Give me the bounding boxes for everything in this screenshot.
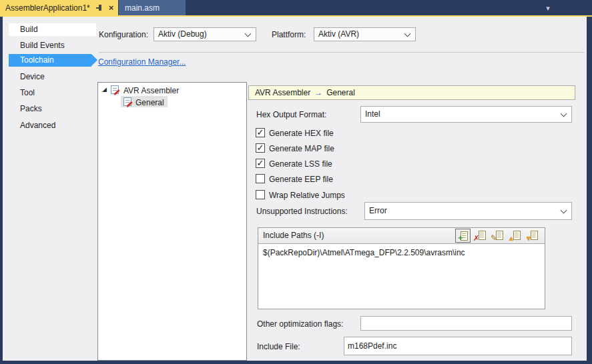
hex-output-format-dropdown[interactable]: Intel bbox=[360, 106, 572, 123]
arrow-up-icon: ▲ bbox=[508, 235, 515, 242]
other-optimization-flags-label: Other optimization flags: bbox=[257, 319, 343, 329]
configuration-dropdown[interactable]: Aktiv (Debug) bbox=[154, 27, 256, 41]
breadcrumb-leaf: General bbox=[326, 88, 355, 97]
tab-label: main.asm bbox=[125, 3, 160, 13]
edit-path-button[interactable]: ✎ bbox=[490, 229, 505, 243]
chevron-down-icon bbox=[561, 110, 567, 117]
generate-eep-label: Generate EEP file bbox=[269, 175, 333, 184]
generate-eep-checkbox[interactable] bbox=[256, 174, 265, 183]
wrap-relative-jumps-checkbox[interactable] bbox=[256, 190, 265, 199]
platform-dropdown[interactable]: Aktiv (AVR) bbox=[314, 27, 416, 41]
breadcrumb: AVR Assembler→General bbox=[248, 85, 575, 100]
unsupported-instructions-label: Unsupported Instructions: bbox=[256, 207, 348, 216]
pin-icon[interactable] bbox=[96, 4, 103, 11]
sidebar-item-tool[interactable]: Tool bbox=[9, 87, 96, 99]
tree-node-avr-assembler[interactable]: AVR Assembler bbox=[123, 86, 179, 95]
other-optimization-flags-input[interactable] bbox=[360, 316, 572, 331]
sidebar-item-advanced[interactable]: Advanced bbox=[9, 119, 96, 132]
unsupported-instructions-dropdown[interactable]: Error bbox=[364, 202, 572, 220]
properties-window: AssemblerApplication1* × main.asm ▾ Buil… bbox=[0, 0, 592, 364]
header-divider bbox=[99, 52, 584, 53]
configuration-manager-link[interactable]: Configuration Manager... bbox=[98, 57, 186, 67]
breadcrumb-arrow-icon: → bbox=[314, 88, 322, 97]
remove-path-button[interactable]: ✗ bbox=[473, 229, 488, 243]
add-path-button[interactable]: ＋ bbox=[455, 229, 471, 243]
move-path-up-button[interactable]: ▲ bbox=[507, 229, 523, 243]
unsupported-instructions-value: Error bbox=[369, 206, 387, 215]
sidebar-item-build-events[interactable]: Build Events bbox=[9, 39, 96, 52]
generate-hex-label: Generate HEX file bbox=[269, 129, 334, 138]
close-icon[interactable]: × bbox=[109, 4, 114, 11]
tab-main-asm[interactable]: main.asm bbox=[119, 0, 186, 15]
document-well-dropdown-icon[interactable]: ▾ bbox=[541, 2, 555, 14]
move-path-down-button[interactable]: ▼ bbox=[525, 229, 540, 243]
platform-value: Aktiv (AVR) bbox=[318, 29, 359, 39]
tab-assembler-application[interactable]: AssemblerApplication1* × bbox=[0, 0, 118, 15]
include-path-list-item[interactable]: $(PackRepoDir)\Atmel\ATmega_DFP\2.2.509\… bbox=[263, 248, 465, 257]
sidebar-item-packs[interactable]: Packs bbox=[9, 103, 96, 115]
chevron-down-icon bbox=[404, 30, 411, 37]
hex-output-format-value: Intel bbox=[365, 109, 380, 119]
window-border-bottom bbox=[0, 361, 592, 364]
include-file-input[interactable] bbox=[344, 337, 572, 355]
wrap-relative-jumps-label: Wrap Relative Jumps bbox=[269, 191, 345, 200]
toolchain-tree-panel: ◢ AVR Assembler General bbox=[97, 82, 247, 361]
chevron-down-icon bbox=[561, 207, 567, 213]
tree-expander-icon[interactable]: ◢ bbox=[102, 87, 107, 93]
sidebar-item-toolchain[interactable]: Toolchain bbox=[9, 54, 91, 67]
platform-label: Plattform: bbox=[272, 28, 306, 42]
generate-map-checkbox[interactable] bbox=[256, 143, 265, 153]
breadcrumb-root: AVR Assembler bbox=[255, 88, 310, 97]
delete-icon: ✗ bbox=[473, 235, 479, 242]
configuration-value: Aktiv (Debug) bbox=[158, 29, 207, 39]
hex-output-format-label: Hex Output Format: bbox=[256, 110, 326, 119]
include-paths-header: Include Paths (-I) ＋ ✗ ✎ ▲ ▼ bbox=[258, 228, 545, 244]
include-paths-panel: Include Paths (-I) ＋ ✗ ✎ ▲ ▼ $(PackR bbox=[258, 227, 545, 309]
generate-lss-checkbox[interactable] bbox=[256, 159, 265, 168]
edit-pencil-icon: ✎ bbox=[491, 235, 497, 242]
document-tab-bar: AssemblerApplication1* × main.asm ▾ bbox=[0, 0, 592, 15]
tab-label: AssemblerApplication1* bbox=[5, 3, 90, 13]
arrow-down-icon: ▼ bbox=[525, 235, 532, 242]
document-icon bbox=[479, 231, 486, 240]
general-node-icon bbox=[123, 97, 131, 106]
sidebar-item-device[interactable]: Device bbox=[9, 71, 96, 83]
configuration-label: Konfiguration: bbox=[99, 28, 148, 42]
assembler-node-icon bbox=[111, 85, 119, 94]
generate-hex-checkbox[interactable] bbox=[256, 128, 265, 137]
tree-node-general[interactable]: General bbox=[135, 98, 164, 107]
generate-map-label: Generate MAP file bbox=[269, 144, 334, 153]
category-sidebar: Build Build Events Toolchain Device Tool… bbox=[3, 17, 97, 361]
include-paths-title: Include Paths (-I) bbox=[263, 231, 324, 240]
window-border-right bbox=[587, 17, 592, 364]
generate-lss-label: Generate LSS file bbox=[269, 159, 332, 169]
include-file-label: Include File: bbox=[257, 342, 300, 351]
toolchain-selected-arrow bbox=[91, 54, 97, 66]
add-icon: ＋ bbox=[457, 234, 464, 241]
chevron-down-icon bbox=[245, 30, 252, 37]
sidebar-item-build[interactable]: Build bbox=[9, 23, 96, 36]
